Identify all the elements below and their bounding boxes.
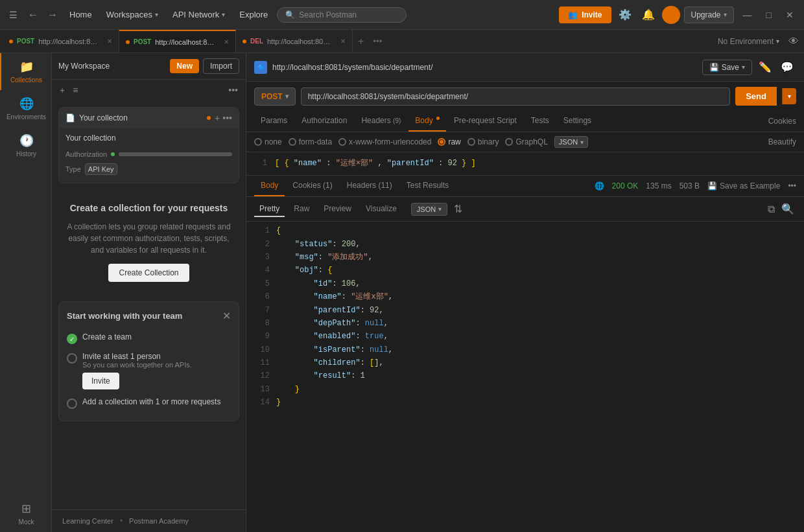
tab-close-3[interactable]: ✕ <box>340 38 346 45</box>
team-sub-2: So you can work together on APIs. <box>82 361 192 369</box>
sort-icon[interactable]: ≡ <box>70 82 80 98</box>
radio-form-data[interactable]: form-data <box>289 137 332 146</box>
type-select[interactable]: API Key <box>85 163 117 175</box>
nav-workspaces[interactable]: Workspaces ▾ <box>101 7 163 22</box>
back-button[interactable]: ← <box>25 6 41 23</box>
tab-tests[interactable]: Tests <box>525 111 556 132</box>
team-text-2: Invite at least 1 person <box>82 352 192 361</box>
upgrade-chevron: ▾ <box>724 11 727 18</box>
resp-line-10: 10 "isParent": null, <box>246 343 804 356</box>
card-more-button[interactable]: ••• <box>222 113 232 123</box>
tab-method-2: POST <box>134 38 151 45</box>
mock-label: Mock <box>19 518 34 526</box>
response-area: Body Cookies (1) Headers (11) Test Resul… <box>246 176 804 532</box>
tab-settings[interactable]: Settings <box>557 111 598 132</box>
send-button[interactable]: Send <box>735 87 777 106</box>
radio-none[interactable]: none <box>254 137 282 146</box>
copy-icon[interactable]: ⧉ <box>766 201 777 217</box>
tab-headers[interactable]: Headers (9) <box>355 111 407 132</box>
tab-2[interactable]: POST http://localhost:8081, ✕ <box>119 30 236 53</box>
create-collection-button[interactable]: Create Collection <box>108 264 189 282</box>
notification-icon[interactable]: 🔔 <box>639 5 658 24</box>
save-button[interactable]: 💾 Save ▾ <box>702 60 752 75</box>
nav-home[interactable]: Home <box>64 7 97 22</box>
postman-academy-link[interactable]: Postman Academy <box>129 517 189 525</box>
json-format-label: JSON <box>559 138 578 146</box>
settings-icon[interactable]: ⚙️ <box>615 5 635 24</box>
tab-pre-request[interactable]: Pre-request Script <box>447 111 523 132</box>
invite-team-button[interactable]: Invite <box>82 373 119 389</box>
resp-more-button[interactable]: ••• <box>788 181 796 191</box>
url-input[interactable] <box>301 87 731 106</box>
sidebar-item-environments[interactable]: 🌐 Environments <box>0 90 51 127</box>
minimize-button[interactable]: — <box>738 7 757 23</box>
radio-graphql[interactable]: GraphQL <box>505 137 547 146</box>
tab-authorization[interactable]: Authorization <box>295 111 353 132</box>
search-resp-icon[interactable]: 🔍 <box>779 201 796 217</box>
tab-3[interactable]: DEL http://localhost:8081/s ✕ <box>236 30 353 53</box>
send-caret-button[interactable]: ▾ <box>782 88 796 104</box>
json-format-select[interactable]: JSON ▾ <box>554 136 588 148</box>
no-environment[interactable]: No Environment ▾ <box>711 37 786 46</box>
radio-binary[interactable]: binary <box>467 137 499 146</box>
radio-form-data-label: form-data <box>299 137 332 146</box>
resp-format-preview[interactable]: Preview <box>318 202 357 217</box>
new-button[interactable]: New <box>170 59 199 73</box>
upgrade-label: Upgrade <box>691 10 721 19</box>
forward-button[interactable]: → <box>45 6 60 23</box>
response-status: 🌐 200 OK 135 ms 503 B 💾 Save as Example … <box>595 181 796 191</box>
import-button[interactable]: Import <box>203 58 239 74</box>
resp-line-2: 2 "status": 200, <box>246 238 804 251</box>
collection-card: 📄 Your collecton + ••• Your collection A… <box>58 107 239 183</box>
comment-icon[interactable]: 💬 <box>778 58 796 76</box>
resp-tab-cookies[interactable]: Cookies (1) <box>286 176 338 196</box>
resp-line-13: 13 } <box>246 383 804 396</box>
tab-method-1: POST <box>17 38 34 45</box>
env-settings-icon[interactable]: 👁 <box>786 33 801 50</box>
save-chevron: ▾ <box>742 64 745 71</box>
resp-format-pretty[interactable]: Pretty <box>254 202 285 217</box>
nav-api-network[interactable]: API Network ▾ <box>167 7 230 22</box>
save-example-button[interactable]: 💾 Save as Example <box>707 181 780 191</box>
raw-dot <box>440 140 443 144</box>
code-editor[interactable]: 1 [ { "name" : "运维×部" , "parentId" : 92 … <box>246 152 804 176</box>
resp-tab-body[interactable]: Body <box>254 176 285 196</box>
card-add-button[interactable]: + <box>215 113 220 123</box>
cookies-link[interactable]: Cookies <box>768 117 796 126</box>
resp-format-visualize[interactable]: Visualize <box>361 202 402 217</box>
tab-body[interactable]: Body <box>408 111 446 132</box>
tab-close-1[interactable]: ✕ <box>107 38 112 45</box>
search-bar[interactable]: 🔍 Search Postman <box>277 7 407 23</box>
sidebar-item-mock[interactable]: ⊞ Mock <box>15 495 37 532</box>
tab-dot-3 <box>242 40 246 43</box>
learning-center-link[interactable]: Learning Center <box>62 517 113 525</box>
invite-button[interactable]: 👥 Invite <box>559 6 611 23</box>
resp-tab-headers[interactable]: Headers (11) <box>340 176 399 196</box>
add-tab-button[interactable]: + <box>353 36 369 47</box>
close-button[interactable]: ✕ <box>781 7 799 23</box>
menu-icon[interactable]: ☰ <box>5 7 21 23</box>
resp-tab-test-results[interactable]: Test Results <box>400 176 455 196</box>
tab-close-2[interactable]: ✕ <box>224 38 229 45</box>
resp-json-select[interactable]: JSON ▾ <box>411 203 447 216</box>
resp-line-8: 8 "depPath": null, <box>246 317 804 330</box>
method-select[interactable]: POST ▾ <box>254 87 296 106</box>
upgrade-button[interactable]: Upgrade ▾ <box>684 6 734 23</box>
resp-format-raw[interactable]: Raw <box>289 202 314 217</box>
add-collection-icon[interactable]: + <box>57 82 67 98</box>
sidebar-item-history[interactable]: 🕐 History <box>0 127 51 164</box>
team-close-button[interactable]: ✕ <box>222 310 231 322</box>
tab-1[interactable]: POST http://localhost:8081, ✕ <box>3 30 119 53</box>
avatar[interactable] <box>662 6 680 24</box>
nav-explore[interactable]: Explore <box>234 7 273 22</box>
maximize-button[interactable]: □ <box>761 7 777 23</box>
tab-params[interactable]: Params <box>254 111 294 132</box>
radio-raw[interactable]: raw <box>438 137 460 146</box>
sidebar-item-collections[interactable]: 📁 Collections <box>0 53 51 90</box>
filter-icon[interactable]: ⇅ <box>454 203 462 215</box>
beautify-button[interactable]: Beautify <box>768 137 796 146</box>
more-tabs-button[interactable]: ••• <box>369 36 386 46</box>
radio-urlencoded[interactable]: x-www-form-urlencoded <box>338 137 431 146</box>
more-options-icon[interactable]: ••• <box>226 82 241 98</box>
edit-icon[interactable]: ✏️ <box>756 58 774 76</box>
